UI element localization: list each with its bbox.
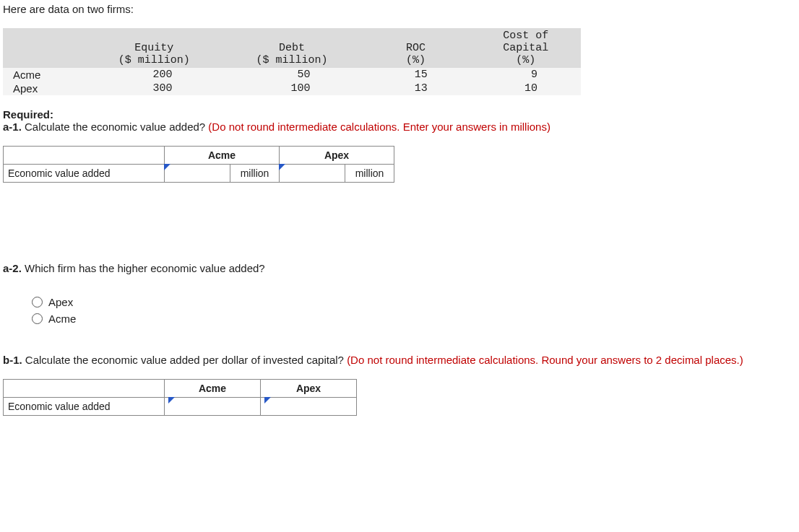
unit-label: million [345, 165, 394, 183]
apex-eva-per-dollar-input[interactable] [265, 398, 352, 415]
cell-equity: 200 [85, 68, 223, 82]
blank-header [4, 380, 165, 398]
required-label: Required: [3, 108, 796, 121]
question-b1: b-1. Calculate the economic value added … [3, 354, 796, 366]
blank-header [4, 147, 165, 165]
b1-text: Calculate the economic value added per d… [25, 354, 347, 366]
b1-note: (Do not round intermediate calculations.… [347, 354, 743, 366]
col-apex: Apex [261, 380, 357, 398]
cell-equity: 300 [85, 82, 223, 95]
col-acme: Acme [165, 147, 280, 165]
option-label: Acme [48, 313, 76, 325]
a1-note: (Do not round intermediate calculations.… [208, 121, 550, 133]
cell-coc: 9 [471, 68, 581, 82]
input-flag-icon [264, 397, 271, 404]
acme-eva-per-dollar-input[interactable] [169, 398, 256, 415]
question-a1: a-1. Calculate the economic value added?… [3, 121, 796, 133]
blank-header [3, 28, 85, 68]
header-debt: Debt ($ million) [223, 28, 361, 68]
a2-text: Which firm has the higher economic value… [25, 262, 265, 274]
radio-option-apex[interactable]: Apex [32, 296, 796, 308]
row-name: Acme [3, 68, 85, 82]
col-apex: Apex [280, 147, 394, 165]
a1-answer-table: Acme Apex Economic value added million m… [3, 146, 394, 183]
row-label: Economic value added [4, 398, 165, 416]
header-roc: ROC (%) [360, 28, 470, 68]
unit-label: million [230, 165, 280, 183]
acme-eva-input[interactable] [165, 165, 230, 182]
table-row: Apex 300 100 13 10 [3, 82, 581, 95]
b1-label: b-1. [3, 354, 25, 366]
radio-icon [32, 297, 43, 308]
radio-icon [32, 313, 43, 324]
question-a2: a-2. Which firm has the higher economic … [3, 262, 796, 274]
header-coc: Cost of Capital (%) [471, 28, 581, 68]
apex-eva-input[interactable] [280, 165, 345, 182]
cell-roc: 13 [360, 82, 470, 95]
cell-debt: 100 [223, 82, 361, 95]
firm-data-table: Equity ($ million) Debt ($ million) ROC … [3, 28, 581, 95]
cell-coc: 10 [471, 82, 581, 95]
b1-answer-table: Acme Apex Economic value added [3, 379, 357, 416]
radio-option-acme[interactable]: Acme [32, 313, 796, 325]
input-flag-icon [164, 164, 170, 170]
col-acme: Acme [165, 380, 261, 398]
a2-label: a-2. [3, 262, 25, 274]
row-label: Economic value added [4, 165, 165, 183]
row-name: Apex [3, 82, 85, 95]
cell-roc: 15 [360, 68, 470, 82]
a1-label: a-1. [3, 121, 25, 133]
cell-debt: 50 [223, 68, 361, 82]
intro-text: Here are data on two firms: [3, 3, 796, 15]
a2-options: Apex Acme [32, 296, 796, 325]
table-row: Acme 200 50 15 9 [3, 68, 581, 82]
header-equity: Equity ($ million) [85, 28, 223, 68]
input-flag-icon [279, 164, 285, 170]
a1-text: Calculate the economic value added? [25, 121, 208, 133]
input-flag-icon [168, 397, 175, 404]
option-label: Apex [48, 296, 73, 308]
